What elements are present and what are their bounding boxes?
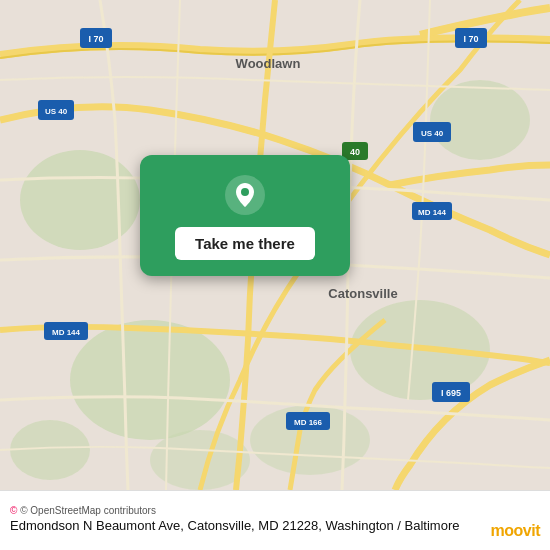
svg-point-4 xyxy=(430,80,530,160)
svg-point-6 xyxy=(10,420,90,480)
svg-point-31 xyxy=(241,188,249,196)
cta-overlay: Take me there xyxy=(140,155,350,276)
osm-credit: © © OpenStreetMap contributors xyxy=(10,505,540,516)
moovit-logo: moovit xyxy=(491,522,540,540)
osm-text: © OpenStreetMap contributors xyxy=(20,505,156,516)
svg-text:MD 144: MD 144 xyxy=(418,208,447,217)
svg-text:Catonsville: Catonsville xyxy=(328,286,397,301)
svg-text:I 70: I 70 xyxy=(88,34,103,44)
svg-point-2 xyxy=(70,320,230,440)
address-line: Edmondson N Beaumont Ave, Catonsville, M… xyxy=(10,518,540,533)
svg-text:MD 144: MD 144 xyxy=(52,328,81,337)
moovit-logo-text: moovit xyxy=(491,522,540,540)
svg-text:I 70: I 70 xyxy=(463,34,478,44)
take-me-there-button[interactable]: Take me there xyxy=(175,227,315,260)
svg-text:I 695: I 695 xyxy=(441,388,461,398)
svg-text:Woodlawn: Woodlawn xyxy=(236,56,301,71)
bottom-bar: © © OpenStreetMap contributors Edmondson… xyxy=(0,490,550,550)
map-container: I 70 I 70 US 40 US 40 US 40 40 MD 144 MD… xyxy=(0,0,550,490)
location-pin-icon xyxy=(223,173,267,217)
svg-text:40: 40 xyxy=(350,147,360,157)
green-card: Take me there xyxy=(140,155,350,276)
svg-text:US 40: US 40 xyxy=(421,129,444,138)
svg-text:US 40: US 40 xyxy=(45,107,68,116)
svg-point-1 xyxy=(20,150,140,250)
svg-text:MD 166: MD 166 xyxy=(294,418,323,427)
